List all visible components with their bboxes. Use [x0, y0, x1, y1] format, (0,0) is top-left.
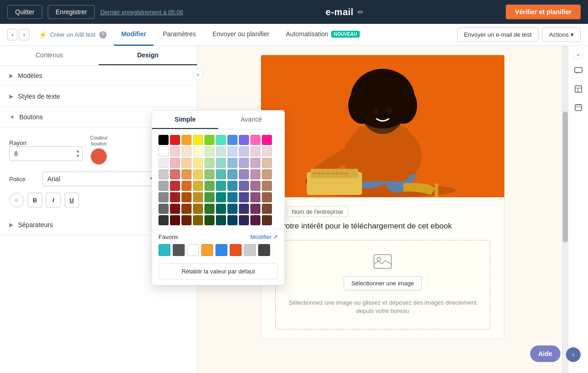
ab-test-link[interactable]: ⚡ Créer un A/B test ?: [33, 31, 112, 39]
color-cell[interactable]: [239, 169, 249, 179]
color-cell[interactable]: [170, 135, 180, 145]
color-cell[interactable]: [216, 215, 226, 225]
color-cell[interactable]: [181, 146, 192, 156]
spinner-down[interactable]: ▼: [74, 154, 82, 159]
color-cell[interactable]: [227, 215, 237, 225]
edit-title-icon[interactable]: ✏: [357, 8, 363, 17]
color-cell[interactable]: [216, 135, 226, 145]
section-styles-texte[interactable]: ▶ Styles de texte: [0, 86, 197, 107]
color-cell[interactable]: [158, 215, 169, 225]
color-cell[interactable]: [204, 204, 215, 214]
color-cell[interactable]: [158, 204, 169, 214]
tab-contenus[interactable]: Contenus: [0, 46, 99, 65]
modifier-link[interactable]: Modifier ↗: [250, 234, 278, 240]
color-cell[interactable]: [216, 181, 226, 191]
verify-button[interactable]: Vérifier et planifier: [506, 5, 581, 19]
color-cell[interactable]: [158, 158, 169, 168]
color-cell[interactable]: [216, 204, 226, 214]
color-cell[interactable]: [216, 192, 226, 202]
color-cell[interactable]: [193, 204, 203, 214]
select-image-button[interactable]: Sélectionner une image: [344, 276, 422, 290]
color-cell[interactable]: [227, 146, 237, 156]
actions-button[interactable]: Actions ▾: [542, 28, 581, 42]
send-test-button[interactable]: Envoyer un e-mail de test: [457, 28, 538, 42]
tab-parametres[interactable]: Paramètres: [155, 24, 203, 46]
color-cell[interactable]: [170, 192, 180, 202]
color-cell[interactable]: [262, 215, 272, 225]
color-cell[interactable]: [181, 181, 192, 191]
color-cell[interactable]: [204, 158, 215, 168]
color-cell[interactable]: [170, 169, 180, 179]
color-cell[interactable]: [193, 135, 203, 145]
color-cell[interactable]: [193, 169, 203, 179]
color-cell[interactable]: [227, 169, 237, 179]
color-cell[interactable]: [262, 169, 272, 179]
scrollbar-thumb[interactable]: [563, 111, 568, 242]
chat-tool[interactable]: [571, 63, 586, 78]
tab-design[interactable]: Design: [99, 46, 198, 65]
italic-btn[interactable]: I: [46, 193, 61, 207]
next-button[interactable]: ›: [566, 347, 581, 362]
collapse-panel-button[interactable]: «: [192, 69, 204, 80]
color-cell[interactable]: [250, 181, 260, 191]
color-cell[interactable]: [181, 158, 192, 168]
color-cell[interactable]: [227, 135, 237, 145]
color-cell[interactable]: [204, 181, 215, 191]
color-cell[interactable]: [239, 181, 249, 191]
color-cell[interactable]: [250, 158, 260, 168]
color-cell[interactable]: [193, 158, 203, 168]
tab-automatisation[interactable]: Automatisation NOUVEAU: [278, 24, 367, 46]
underline-btn[interactable]: U: [64, 193, 79, 207]
color-cell[interactable]: [193, 215, 203, 225]
color-cell[interactable]: [262, 158, 272, 168]
color-cell[interactable]: [262, 181, 272, 191]
color-cell[interactable]: [216, 169, 226, 179]
fav-cell[interactable]: [173, 244, 185, 256]
color-cell[interactable]: [239, 158, 249, 168]
color-cell[interactable]: [250, 215, 260, 225]
color-cell[interactable]: [204, 169, 215, 179]
color-cell[interactable]: [204, 146, 215, 156]
color-cell[interactable]: [262, 146, 272, 156]
color-cell[interactable]: [239, 215, 249, 225]
color-cell[interactable]: [250, 169, 260, 179]
color-cell[interactable]: [216, 158, 226, 168]
fav-cell[interactable]: [187, 244, 199, 256]
section-modeles[interactable]: ▶ Modèles: [0, 66, 197, 86]
color-cell[interactable]: [250, 135, 260, 145]
color-cell[interactable]: [181, 204, 192, 214]
layout-tool[interactable]: [571, 82, 586, 96]
color-cell[interactable]: [158, 146, 169, 156]
font-select[interactable]: Arial: [42, 172, 159, 186]
color-cell[interactable]: [181, 215, 192, 225]
calendar-tool[interactable]: [571, 100, 586, 115]
aide-button[interactable]: Aide: [530, 345, 560, 362]
fav-cell[interactable]: [230, 244, 242, 256]
color-cell[interactable]: [170, 158, 180, 168]
bold-btn[interactable]: B: [28, 193, 42, 207]
fav-cell[interactable]: [158, 244, 170, 256]
color-cell[interactable]: [170, 204, 180, 214]
scrollbar[interactable]: [562, 46, 568, 373]
text-color-btn[interactable]: ●: [9, 193, 24, 207]
color-cell[interactable]: [181, 192, 192, 202]
forward-button[interactable]: ›: [19, 29, 29, 40]
color-swatch[interactable]: [90, 148, 107, 165]
color-cell[interactable]: [181, 135, 192, 145]
rayon-input[interactable]: [9, 146, 83, 161]
color-cell[interactable]: [262, 192, 272, 202]
color-cell[interactable]: [227, 181, 237, 191]
color-cell[interactable]: [204, 192, 215, 202]
tab-modifier[interactable]: Modifier: [114, 24, 153, 46]
color-cell[interactable]: [170, 181, 180, 191]
color-cell[interactable]: [193, 192, 203, 202]
color-cell[interactable]: [158, 192, 169, 202]
color-cell[interactable]: [262, 135, 272, 145]
back-button[interactable]: ‹: [7, 29, 17, 40]
color-cell[interactable]: [181, 169, 192, 179]
color-cell[interactable]: [239, 146, 249, 156]
color-cell[interactable]: [158, 181, 169, 191]
tab-envoyer[interactable]: Envoyer ou planifier: [205, 24, 277, 46]
color-cell[interactable]: [227, 192, 237, 202]
spinner-up[interactable]: ▲: [74, 149, 82, 154]
